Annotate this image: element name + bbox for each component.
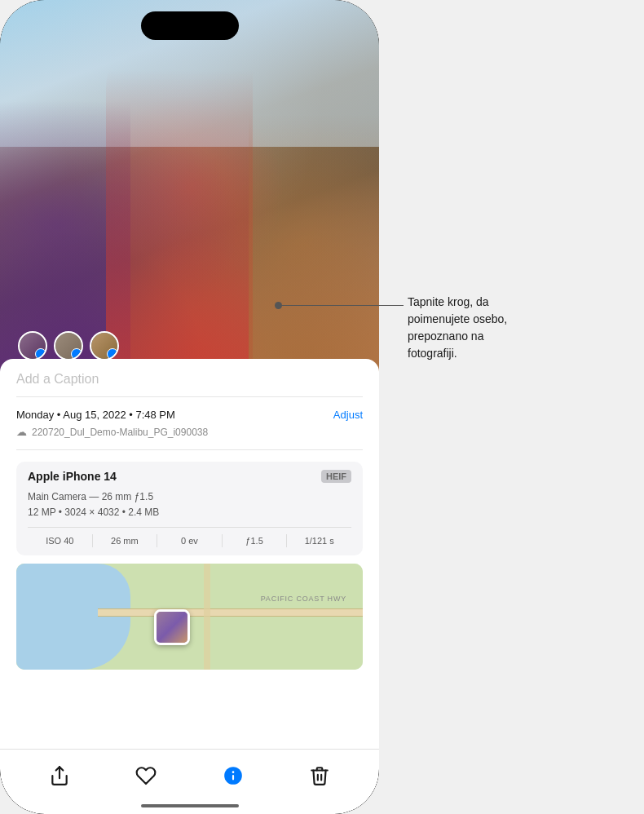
person-right: [249, 49, 379, 375]
delete-button[interactable]: [302, 758, 337, 794]
info-button[interactable]: [215, 758, 251, 794]
info-panel: Add a Caption Monday • Aug 15, 2022 • 7:…: [0, 359, 379, 749]
annotation-text: Tapnite krog, da poimenujete osebo, prep…: [408, 294, 620, 362]
exif-shutter: 1/121 s: [287, 534, 351, 547]
person-center: [106, 16, 253, 375]
device-info-block: Apple iPhone 14 HEIF Main Camera — 26 mm…: [16, 462, 363, 555]
camera-lens: Main Camera — 26 mm ƒ1.5: [28, 489, 351, 505]
caption-input[interactable]: Add a Caption: [16, 372, 99, 386]
cloud-icon: ☁: [16, 426, 27, 438]
exif-ev: 0 ev: [157, 534, 223, 547]
face-circle-2[interactable]: [54, 331, 83, 361]
filename-row: ☁ 220720_Dul_Demo-Malibu_PG_i090038: [16, 424, 363, 450]
filename-text: 220720_Dul_Demo-Malibu_PG_i090038: [32, 427, 208, 438]
map-pin-photo: [157, 612, 187, 643]
face-circle-3[interactable]: [90, 331, 119, 361]
exif-mm: 26 mm: [93, 534, 158, 547]
camera-specs: 12 MP • 3024 × 4032 • 2.4 MB: [28, 505, 351, 520]
phone-frame: Add a Caption Monday • Aug 15, 2022 • 7:…: [0, 0, 379, 814]
like-button[interactable]: [128, 758, 164, 794]
map-road-v1: [204, 564, 210, 670]
exif-iso: ISO 40: [28, 534, 93, 547]
annotation-dot: [275, 302, 282, 309]
share-button[interactable]: [42, 758, 77, 794]
caption-section: Add a Caption: [16, 359, 363, 397]
map-road-label: PACIFIC COAST HWY: [261, 595, 346, 603]
date-row: Monday • Aug 15, 2022 • 7:48 PM Adjust: [16, 397, 363, 424]
map-area[interactable]: PACIFIC COAST HWY: [16, 564, 363, 670]
annotation-line: [281, 305, 404, 306]
exif-aperture: ƒ1.5: [223, 534, 288, 547]
date-text: Monday • Aug 15, 2022 • 7:48 PM: [16, 409, 175, 421]
map-water: [16, 564, 130, 670]
map-road-pch: [98, 608, 363, 617]
dynamic-island: [141, 11, 239, 40]
face-circle-1[interactable]: [18, 331, 47, 361]
camera-info: Main Camera — 26 mm ƒ1.5 12 MP • 3024 × …: [28, 489, 351, 520]
exif-row: ISO 40 26 mm 0 ev ƒ1.5 1/121 s: [28, 527, 351, 547]
photo-area: [0, 0, 379, 375]
format-badge: HEIF: [321, 470, 351, 483]
device-header: Apple iPhone 14 HEIF: [28, 470, 351, 483]
home-indicator: [141, 804, 239, 807]
device-name: Apple iPhone 14: [28, 470, 117, 483]
adjust-button[interactable]: Adjust: [333, 409, 363, 421]
map-location-pin[interactable]: [154, 609, 190, 645]
phone-screen: Add a Caption Monday • Aug 15, 2022 • 7:…: [0, 0, 379, 814]
face-circles-container: [18, 331, 119, 361]
annotation-container: Tapnite krog, da poimenujete osebo, prep…: [408, 294, 620, 362]
